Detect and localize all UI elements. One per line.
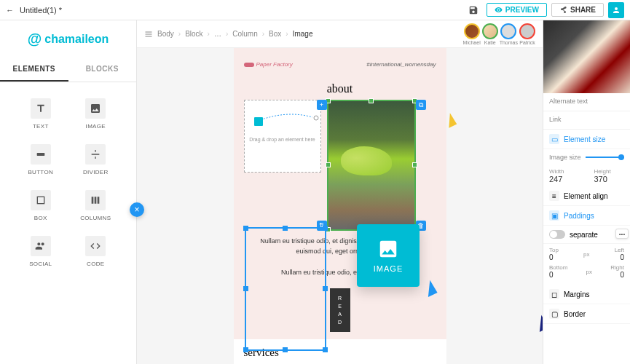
resize-handle[interactable] bbox=[243, 226, 248, 231]
logo-at-icon: @ bbox=[28, 31, 42, 47]
separate-toggle[interactable] bbox=[549, 230, 565, 239]
share-button[interactable]: SHARE bbox=[551, 3, 604, 17]
svg-rect-0 bbox=[36, 153, 44, 156]
user-icon[interactable] bbox=[608, 2, 624, 18]
element-box[interactable]: BOX bbox=[13, 183, 68, 229]
tab-elements[interactable]: ELEMENTS bbox=[0, 58, 68, 82]
element-social[interactable]: SOCIAL bbox=[13, 229, 68, 274]
resize-handle[interactable] bbox=[323, 286, 328, 291]
bc-ellipsis[interactable]: … bbox=[214, 30, 221, 38]
margins-icon: ◻ bbox=[549, 289, 559, 299]
element-size-row[interactable]: ▭ Element size bbox=[543, 130, 630, 149]
back-arrow-icon[interactable]: ← bbox=[6, 6, 14, 15]
margins-row[interactable]: ◻ Margins bbox=[543, 285, 630, 304]
image-icon bbox=[85, 98, 106, 119]
secondary-selection[interactable] bbox=[245, 227, 326, 351]
left-panel: @ chamaileon ELEMENTS BLOCKS TEXT IMAGE … bbox=[0, 20, 137, 364]
bc-column[interactable]: Column bbox=[232, 30, 257, 38]
topbar: ← Untitled(1) * PREVIEW SHARE bbox=[0, 0, 630, 20]
brand-logo: Paper Factory bbox=[244, 61, 293, 68]
box-icon bbox=[31, 190, 51, 210]
avatar[interactable] bbox=[500, 23, 516, 39]
structure-icon[interactable] bbox=[144, 30, 153, 39]
element-image[interactable]: IMAGE bbox=[68, 91, 124, 137]
bc-image[interactable]: Image bbox=[293, 30, 313, 38]
image-icon bbox=[377, 238, 399, 260]
text-icon bbox=[31, 98, 51, 119]
resize-handle[interactable] bbox=[412, 162, 417, 167]
canvas[interactable]: Body› Block› …› Column› Box› Image Micha… bbox=[137, 20, 543, 364]
element-text[interactable]: TEXT bbox=[13, 91, 68, 137]
pad-right-input[interactable]: 0 bbox=[610, 271, 624, 279]
about-heading[interactable]: about bbox=[244, 82, 436, 95]
border-row[interactable]: ▢ Border bbox=[543, 304, 630, 324]
properties-panel: Alternate text Link ▭ Element size Image… bbox=[543, 20, 630, 364]
bc-block[interactable]: Block bbox=[185, 30, 202, 38]
svg-rect-1 bbox=[37, 197, 44, 203]
doc-title[interactable]: Untitled(1) * bbox=[20, 6, 62, 15]
avatar[interactable] bbox=[482, 23, 498, 39]
preview-button[interactable]: PREVIEW bbox=[487, 3, 547, 17]
save-icon[interactable] bbox=[465, 1, 482, 19]
preview-image[interactable] bbox=[543, 20, 630, 93]
alt-text-label: Alternate text bbox=[549, 98, 624, 105]
resize-handle[interactable] bbox=[283, 347, 288, 352]
svg-rect-2 bbox=[254, 117, 263, 126]
tab-blocks[interactable]: BLOCKS bbox=[68, 58, 137, 82]
close-panel-button[interactable]: × bbox=[130, 202, 144, 217]
divider-icon bbox=[85, 144, 106, 165]
code-icon bbox=[85, 236, 106, 256]
social-icon bbox=[31, 236, 51, 256]
selected-image[interactable]: + ⧉ ⇅ 🗑 bbox=[327, 100, 416, 231]
paddings-row[interactable]: ▣ Paddings bbox=[543, 206, 630, 226]
resize-handle[interactable] bbox=[369, 98, 374, 103]
chameleon-image bbox=[328, 101, 414, 229]
height-input[interactable]: 370 bbox=[594, 175, 625, 183]
resize-handle[interactable] bbox=[326, 162, 331, 167]
bc-body[interactable]: Body bbox=[157, 30, 174, 38]
breadcrumb: Body› Block› …› Column› Box› Image Micha… bbox=[137, 20, 543, 48]
resize-handle[interactable] bbox=[283, 226, 288, 231]
more-icon[interactable]: ••• bbox=[615, 229, 629, 239]
dup-icon[interactable]: ⧉ bbox=[416, 100, 426, 110]
pad-left-input[interactable]: 0 bbox=[615, 253, 624, 261]
border-icon: ▢ bbox=[549, 309, 559, 319]
padding-icon: ▣ bbox=[549, 210, 559, 221]
align-icon: ≡ bbox=[549, 191, 559, 201]
resize-handle[interactable] bbox=[323, 226, 328, 231]
svg-point-3 bbox=[314, 116, 318, 120]
resize-handle[interactable] bbox=[243, 347, 248, 352]
link-label: Link bbox=[549, 116, 624, 123]
element-button[interactable]: BUTTON bbox=[13, 137, 68, 183]
element-code[interactable]: CODE bbox=[68, 229, 124, 274]
avatar[interactable] bbox=[519, 23, 535, 39]
pad-bottom-input[interactable]: 0 bbox=[549, 271, 567, 279]
resize-handle[interactable] bbox=[243, 286, 248, 291]
element-divider[interactable]: DIVIDER bbox=[68, 137, 124, 183]
element-columns[interactable]: COLUMNS bbox=[68, 183, 124, 229]
drop-zone[interactable]: Drag & drop an element here bbox=[244, 100, 321, 173]
collaborators: Michael Katie Thomas Patrick bbox=[463, 23, 535, 45]
columns-icon bbox=[85, 190, 106, 210]
hashtag: #international_womensday bbox=[366, 61, 436, 68]
image-size-label: Image size bbox=[549, 154, 581, 161]
cursor-patrick-icon bbox=[533, 314, 543, 332]
avatar[interactable] bbox=[464, 23, 480, 39]
logo: @ chamaileon bbox=[0, 20, 136, 58]
resize-handle[interactable] bbox=[323, 347, 328, 352]
add-icon[interactable]: + bbox=[317, 100, 327, 110]
element-align-row[interactable]: ≡ Element align bbox=[543, 186, 630, 206]
width-input[interactable]: 247 bbox=[549, 175, 580, 183]
size-icon: ▭ bbox=[549, 134, 559, 144]
image-size-slider[interactable] bbox=[586, 157, 624, 158]
bc-box[interactable]: Box bbox=[269, 30, 281, 38]
pad-top-input[interactable]: 0 bbox=[549, 253, 559, 261]
dragging-image-tile[interactable]: IMAGE bbox=[357, 224, 420, 287]
button-icon bbox=[31, 144, 51, 165]
read-button[interactable]: READ bbox=[330, 288, 350, 333]
